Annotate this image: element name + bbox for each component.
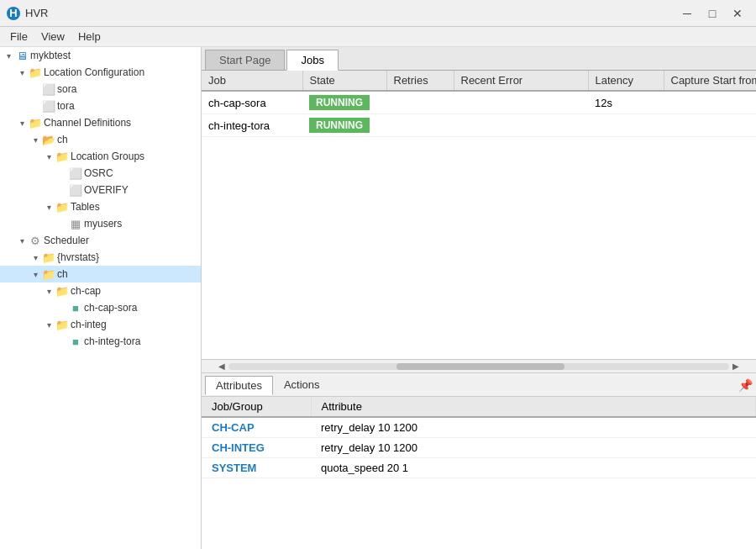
tree-node-location-config[interactable]: ▾📁Location Configuration: [0, 64, 201, 81]
tree-node-tora[interactable]: ⬜tora: [0, 98, 201, 114]
jobs-cell-capture_start: [664, 114, 756, 137]
tree-label-location-config: Location Configuration: [44, 66, 144, 78]
tree-label-osrc: OSRC: [84, 167, 113, 179]
tree-area[interactable]: ▾🖥mykbtest▾📁Location Configuration⬜sora⬜…: [0, 47, 201, 549]
expand-icon-myusers[interactable]: [55, 217, 69, 230]
tree-icon-osrc: ⬜: [69, 166, 82, 180]
attr-job-group[interactable]: CH-CAP: [202, 417, 311, 438]
jobs-cell-job: ch-integ-tora: [202, 114, 302, 137]
jobs-col-job: Job: [202, 71, 302, 91]
tabs-bar: Start PageJobs: [202, 47, 756, 71]
tree-icon-overify: ⬜: [69, 183, 82, 197]
tree-label-tables: Tables: [71, 201, 100, 213]
horizontal-scrollbar[interactable]: ◀ ▶: [202, 359, 756, 372]
right-panel: Start PageJobs JobStateRetriesRecent Err…: [202, 47, 756, 549]
expand-icon-ch-cap-sora[interactable]: [55, 301, 69, 314]
expand-icon-ch-integ-tora[interactable]: [55, 335, 69, 348]
bottom-tab-attributes[interactable]: Attributes: [205, 376, 273, 395]
tree-node-mykbtest[interactable]: ▾🖥mykbtest: [0, 47, 201, 64]
jobs-cell-retries: [386, 91, 454, 114]
jobs-cell-capture_start: [664, 91, 756, 114]
tree-node-ch-integ[interactable]: ▾📁ch-integ: [0, 316, 201, 333]
tree-label-ch-cap: ch-cap: [71, 285, 101, 297]
expand-icon-overify[interactable]: [55, 183, 69, 197]
tree-label-ch2: ch: [57, 268, 68, 280]
jobs-cell-retries: [386, 114, 454, 137]
jobs-cell-recent_error: [454, 91, 588, 114]
tree-label-hvrstats: {hvrstats}: [57, 251, 99, 263]
running-badge: RUNNING: [309, 118, 370, 133]
tree-node-ch[interactable]: ▾📂ch: [0, 131, 201, 148]
tree-icon-ch: 📂: [42, 133, 55, 146]
attr-table-row: CH-INTEGretry_delay 10 1200: [202, 438, 756, 458]
tree-label-sora: sora: [57, 83, 76, 95]
tree-node-scheduler[interactable]: ▾⚙Scheduler: [0, 232, 201, 249]
expand-icon-ch2[interactable]: ▾: [29, 267, 42, 281]
expand-icon-ch[interactable]: ▾: [29, 133, 42, 146]
jobs-col-capture-start-from-ch: Capture Start from Ch: [664, 71, 756, 91]
tree-icon-ch-integ-tora: ■: [69, 335, 82, 348]
attr-job-group[interactable]: CH-INTEG: [202, 438, 311, 458]
tree-label-myusers: myusers: [84, 218, 122, 230]
pin-icon[interactable]: 📌: [738, 378, 753, 392]
expand-icon-ch-cap[interactable]: ▾: [42, 284, 55, 298]
expand-icon-osrc[interactable]: [55, 166, 69, 180]
tree-label-mykbtest: mykbtest: [30, 50, 71, 61]
expand-icon-channel-defs[interactable]: ▾: [15, 116, 29, 129]
tree-node-hvrstats[interactable]: ▾📁{hvrstats}: [0, 249, 201, 266]
tree-label-ch: ch: [57, 134, 68, 145]
expand-icon-mykbtest[interactable]: ▾: [2, 49, 15, 62]
tree-node-ch-integ-tora[interactable]: ■ch-integ-tora: [0, 333, 201, 350]
tree-node-ch-cap[interactable]: ▾📁ch-cap: [0, 282, 201, 299]
bottom-content[interactable]: Job/GroupAttribute CH-CAPretry_delay 10 …: [202, 397, 756, 549]
tree-node-overify[interactable]: ⬜OVERIFY: [0, 182, 201, 198]
expand-icon-location-config[interactable]: ▾: [15, 66, 29, 79]
tree-node-location-groups[interactable]: ▾📁Location Groups: [0, 148, 201, 165]
scroll-right-arrow[interactable]: ▶: [729, 360, 743, 373]
minimize-button[interactable]: ─: [675, 2, 699, 25]
main-area: ▾🖥mykbtest▾📁Location Configuration⬜sora⬜…: [0, 47, 756, 549]
jobs-table-row: ch-cap-soraRUNNING12s: [202, 91, 756, 114]
tree-label-overify: OVERIFY: [84, 184, 129, 196]
expand-icon-scheduler[interactable]: ▾: [15, 234, 29, 247]
expand-icon-location-groups[interactable]: ▾: [42, 150, 55, 163]
scroll-thumb[interactable]: [396, 363, 564, 370]
expand-icon-hvrstats[interactable]: ▾: [29, 251, 42, 264]
tree-node-sora[interactable]: ⬜sora: [0, 81, 201, 98]
tree-node-tables[interactable]: ▾📁Tables: [0, 198, 201, 215]
tree-node-ch2[interactable]: ▾📁ch: [0, 266, 201, 282]
tree-node-osrc[interactable]: ⬜OSRC: [0, 165, 201, 182]
attr-job-group[interactable]: SYSTEM: [202, 458, 311, 478]
titlebar: H HVR ─ □ ✕: [0, 0, 756, 27]
scroll-track[interactable]: [228, 363, 729, 370]
close-button[interactable]: ✕: [726, 2, 749, 25]
menu-file[interactable]: File: [3, 29, 34, 45]
tree-icon-ch-cap-sora: ■: [69, 301, 82, 314]
expand-icon-sora[interactable]: [29, 82, 42, 96]
scroll-left-arrow[interactable]: ◀: [215, 360, 228, 373]
window-controls: ─ □ ✕: [675, 2, 749, 25]
jobs-cell-recent_error: [454, 114, 588, 137]
tree-node-channel-defs[interactable]: ▾📁Channel Definitions: [0, 114, 201, 131]
tree-node-ch-cap-sora[interactable]: ■ch-cap-sora: [0, 299, 201, 316]
tree-node-myusers[interactable]: ▦myusers: [0, 215, 201, 232]
tree-icon-scheduler: ⚙: [29, 234, 42, 247]
maximize-button[interactable]: □: [701, 2, 724, 25]
attr-attribute: retry_delay 10 1200: [311, 438, 756, 458]
tree-icon-channel-defs: 📁: [29, 116, 42, 129]
jobs-cell-job: ch-cap-sora: [202, 91, 302, 114]
expand-icon-ch-integ[interactable]: ▾: [42, 318, 55, 331]
tab-jobs[interactable]: Jobs: [286, 50, 338, 71]
bottom-tab-actions[interactable]: Actions: [273, 375, 331, 394]
expand-icon-tora[interactable]: [29, 99, 42, 113]
menu-help[interactable]: Help: [71, 29, 108, 45]
jobs-cell-state: RUNNING: [302, 114, 386, 137]
menubar: File View Help: [0, 27, 756, 47]
menu-view[interactable]: View: [34, 29, 71, 45]
tree-icon-ch-integ: 📁: [55, 318, 69, 331]
tree-label-location-groups: Location Groups: [71, 150, 144, 162]
jobs-cell-state: RUNNING: [302, 91, 386, 114]
tab-start-page[interactable]: Start Page: [205, 50, 285, 70]
jobs-table-container[interactable]: JobStateRetriesRecent ErrorLatencyCaptur…: [202, 71, 756, 359]
expand-icon-tables[interactable]: ▾: [42, 200, 55, 214]
